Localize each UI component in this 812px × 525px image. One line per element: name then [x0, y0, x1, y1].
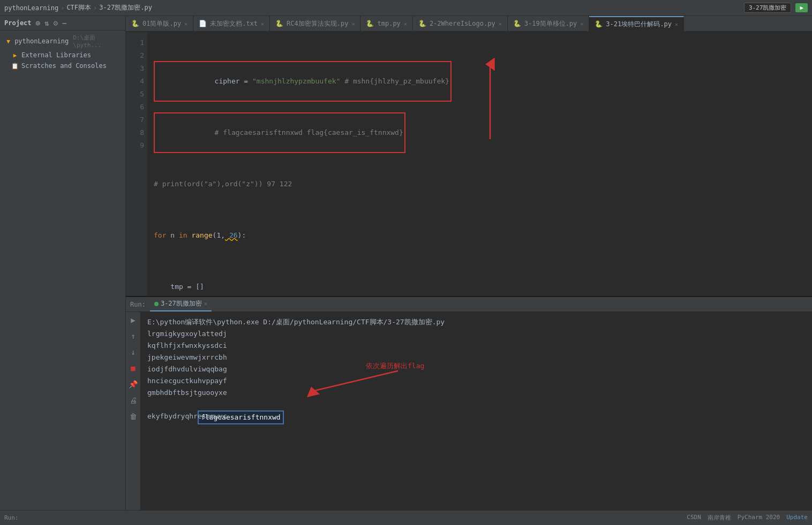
sidebar-label-external: External Libraries: [21, 51, 91, 59]
run-btn-down[interactable]: ↓: [127, 346, 139, 358]
run-btn-play[interactable]: ▶: [127, 314, 139, 326]
tab-unencrypted[interactable]: 📄 未加密文档.txt ✕: [193, 16, 270, 31]
sidebar-icon-gear[interactable]: ⚙: [53, 19, 57, 27]
tab-label-4: tmp.py: [377, 20, 400, 27]
tab-whereislogo[interactable]: 🐍 2-2WhereIsLogo.py ✕: [413, 16, 508, 31]
tab-close-6[interactable]: ✕: [580, 21, 583, 27]
sidebar-label-pythonlearning: pythonLearning: [14, 37, 69, 45]
breadcrumb-item-3[interactable]: 3-27凯撒加密.py: [99, 3, 152, 12]
code-line-4: for n in range(1, 26):: [154, 229, 808, 242]
tab-close-4[interactable]: ✕: [404, 21, 407, 27]
tab-icon-1: 🐍: [131, 20, 139, 27]
tab-label-3: RC4加密算法实现.py: [287, 19, 348, 28]
output-line-4: iodjfdhvdulviwqqbag: [147, 363, 806, 375]
run-btn-trash[interactable]: 🗑: [127, 410, 139, 422]
tab-icon-7: 🐍: [595, 20, 603, 28]
status-pycharm: PyCharm 2020: [738, 514, 780, 522]
tab-3-19[interactable]: 🐍 3-19简单移位.py ✕: [508, 16, 590, 31]
run-label-static: Run:: [130, 301, 146, 308]
run-tab-close[interactable]: ✕: [204, 300, 208, 307]
sidebar-tree: ▼ pythonLearning D:\桌面\pyth... ▶ Externa…: [0, 31, 125, 73]
tab-close-2[interactable]: ✕: [261, 21, 264, 27]
tab-icon-3: 🐍: [275, 20, 283, 27]
sidebar-icon-arrows[interactable]: ⇅: [44, 19, 49, 27]
run-tab-bar: Run: 3-27凯撒加密 ✕: [126, 297, 812, 312]
code-editor[interactable]: 1 2 3 4 5 6 7 8 9 cipher = "mshnjhlzhypz…: [126, 32, 812, 296]
tab-label-1: 01简单版.py: [142, 19, 181, 28]
output-command-line: E:\python编译软件\python.exe D:/桌面/pythonLea…: [147, 316, 806, 328]
sidebar-icon-minus[interactable]: −: [62, 19, 66, 27]
main-layout: Project ⊕ ⇅ ⚙ − ▼ pythonLearning D:\桌面\p…: [0, 16, 812, 510]
run-sidebar: ▶ ↑ ↓ ■ 📌 🖨 🗑: [126, 312, 141, 510]
tab-01simple[interactable]: 🐍 01简单版.py ✕: [126, 16, 193, 31]
run-tab-main[interactable]: 3-27凯撒加密 ✕: [150, 297, 212, 311]
sidebar-label-scratches: Scratches and Consoles: [21, 62, 107, 70]
sidebar-icon-add[interactable]: ⊕: [36, 19, 40, 27]
tab-close-5[interactable]: ✕: [499, 21, 502, 27]
project-label: Project: [4, 19, 32, 27]
editor-area: 🐍 01简单版.py ✕ 📄 未加密文档.txt ✕ 🐍 RC4加密算法实现.p…: [126, 16, 812, 510]
run-tab-label: 3-27凯撒加密: [161, 299, 202, 308]
run-btn-stop[interactable]: ■: [127, 362, 139, 374]
run-btn-print[interactable]: 🖨: [127, 394, 139, 406]
status-author: 南岸青稚: [708, 514, 731, 522]
tab-close-7[interactable]: ✕: [675, 21, 678, 27]
run-content: ▶ ↑ ↓ ■ 📌 🖨 🗑 E:\python编译软件\python.exe D…: [126, 312, 812, 510]
sidebar-item-external-libraries[interactable]: ▶ External Libraries: [0, 50, 125, 60]
folder-icon: ▼: [4, 37, 12, 45]
tab-tmp[interactable]: 🐍 tmp.py ✕: [360, 16, 412, 31]
tab-rc4[interactable]: 🐍 RC4加密算法实现.py ✕: [270, 16, 360, 31]
run-btn-up[interactable]: ↑: [127, 330, 139, 342]
code-line-2: # flagcaesarisftnnxwd flag{caesar_is_ftn…: [154, 126, 808, 139]
tab-3-21[interactable]: 🐍 3-21埃特巴什解码.py ✕: [589, 16, 684, 31]
run-btn-pin[interactable]: 📌: [127, 378, 139, 390]
run-label: 3-27凯撒加密: [744, 3, 792, 13]
status-update[interactable]: Update: [786, 514, 808, 522]
sidebar: Project ⊕ ⇅ ⚙ − ▼ pythonLearning D:\桌面\p…: [0, 16, 126, 510]
tab-close-3[interactable]: ✕: [351, 21, 355, 27]
output-line-6: gmbhdbftbsjtguooyxe: [147, 387, 806, 399]
tab-icon-6: 🐍: [513, 20, 521, 27]
tab-icon-5: 🐍: [418, 20, 426, 27]
highlight-line-1: cipher = "mshnjhlzhypzmbuufek" # mshn{jh…: [154, 61, 452, 102]
breadcrumb-item-2[interactable]: CTF脚本: [66, 3, 91, 12]
highlight-line-2: # flagcaesarisftnnxwd flag{caesar_is_ftn…: [154, 112, 405, 153]
output-line-1: lrgmigkygxoylattedj: [147, 328, 806, 340]
run-status-dot: [154, 302, 159, 306]
code-line-1: cipher = "mshnjhlzhypzmbuufek" # mshn{jh…: [154, 75, 808, 88]
status-run-label: Run:: [4, 514, 19, 521]
tab-label-5: 2-2WhereIsLogo.py: [430, 20, 495, 27]
output-line-highlight: flagcaesarisftnnxwd: [147, 399, 806, 410]
tab-icon-2: 📄: [199, 20, 207, 27]
status-bar: Run: CSDN 南岸青稚 PyCharm 2020 Update: [0, 510, 812, 525]
tab-bar: 🐍 01简单版.py ✕ 📄 未加密文档.txt ✕ 🐍 RC4加密算法实现.p…: [126, 16, 812, 32]
sidebar-item-pythonlearning[interactable]: ▼ pythonLearning D:\桌面\pyth...: [0, 33, 125, 50]
code-line-3: # print(ord("a"),ord("z")) 97 122: [154, 178, 808, 191]
top-bar: pythonLearning › CTF脚本 › 3-27凯撒加密.py 3-2…: [0, 0, 812, 16]
breadcrumb-item-1[interactable]: pythonLearning: [4, 4, 58, 12]
tab-icon-4: 🐍: [366, 20, 374, 27]
run-button[interactable]: ▶: [795, 3, 808, 12]
output-line-2: kqflhfjxfwnxkyssdci: [147, 340, 806, 352]
tab-label-6: 3-19简单移位.py: [524, 19, 577, 28]
tab-label-2: 未加密文档.txt: [210, 19, 258, 28]
folder-icon-scratches: 📋: [11, 62, 19, 70]
output-line-5: hnciecguctkuhvppayf: [147, 375, 806, 387]
tab-label-7: 3-21埃特巴什解码.py: [606, 20, 672, 29]
path-hint: D:\桌面\pyth...: [73, 34, 121, 49]
folder-icon-ext: ▶: [11, 51, 19, 59]
breadcrumb: pythonLearning › CTF脚本 › 3-27凯撒加密.py: [4, 3, 152, 12]
sidebar-header: Project ⊕ ⇅ ⚙ −: [0, 16, 125, 31]
output-line-3: jpekgeiwevmwjxrrcbh: [147, 352, 806, 363]
line-numbers: 1 2 3 4 5 6 7 8 9: [126, 32, 147, 296]
bottom-panel: Run: 3-27凯撒加密 ✕ ▶ ↑ ↓ ■ 📌 🖨 🗑: [126, 296, 812, 510]
status-csdn: CSDN: [687, 514, 701, 522]
tab-close-1[interactable]: ✕: [184, 21, 187, 27]
code-lines: cipher = "mshnjhlzhypzmbuufek" # mshn{jh…: [147, 32, 812, 296]
run-output[interactable]: E:\python编译软件\python.exe D:/桌面/pythonLea…: [141, 312, 812, 510]
code-line-5: tmp = []: [154, 280, 808, 293]
top-bar-right: 3-27凯撒加密 ▶: [744, 3, 808, 13]
status-bar-right: CSDN 南岸青稚 PyCharm 2020 Update: [687, 514, 808, 522]
code-content: 1 2 3 4 5 6 7 8 9 cipher = "mshnjhlzhypz…: [126, 32, 812, 296]
sidebar-item-scratches[interactable]: 📋 Scratches and Consoles: [0, 60, 125, 71]
